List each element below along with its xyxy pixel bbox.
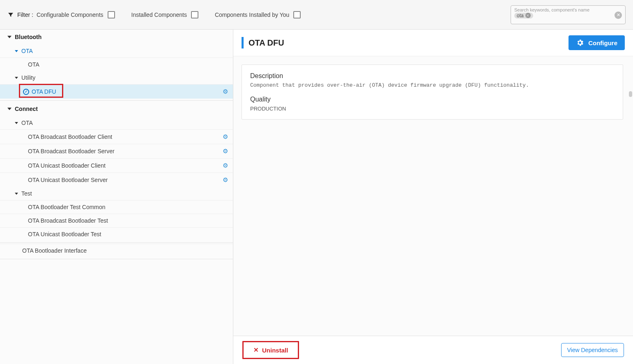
subgroup-bluetooth-ota-label: OTA	[21, 48, 33, 54]
group-connect-label: Connect	[15, 106, 38, 112]
subgroup-connect-test-label: Test	[21, 190, 32, 197]
tree-item[interactable]: OTA Unicast Bootloader Server ⚙	[0, 173, 233, 187]
quality-heading: Quality	[250, 96, 615, 103]
gear-icon[interactable]: ⚙	[223, 133, 228, 141]
subgroup-bluetooth-ota[interactable]: OTA	[0, 44, 233, 58]
uninstall-button[interactable]: ✕ Uninstall	[246, 343, 295, 357]
component-tree: Bluetooth OTA OTA Utility ✓ OTA DFU ⚙ Co…	[0, 30, 233, 364]
tree-item-bootloader-interface[interactable]: OTA Bootloader Interface	[0, 244, 233, 257]
description-card: Description Component that provides over…	[242, 65, 623, 120]
installed-by-you-checkbox[interactable]	[293, 11, 301, 18]
filter-label: Filter :	[17, 12, 33, 18]
installed-check-icon: ✓	[23, 89, 29, 95]
subgroup-connect-ota-label: OTA	[21, 120, 33, 126]
description-heading: Description	[250, 72, 615, 80]
uninstall-button-label: Uninstall	[262, 347, 288, 354]
filter-toolbar: Filter : Configurable Components Install…	[0, 0, 633, 30]
accent-bar	[242, 37, 244, 48]
configure-button-label: Configure	[588, 39, 617, 46]
caret-down-icon	[15, 122, 18, 124]
tree-item-label: OTA Bootloader Test Common	[28, 204, 106, 210]
group-connect[interactable]: Connect	[0, 101, 233, 116]
search-placeholder: Search keywords, component's name	[514, 7, 622, 12]
tree-item-label: OTA Broadcast Bootloader Server	[28, 148, 115, 154]
tree-item[interactable]: OTA Unicast Bootloader Client ⚙	[0, 158, 233, 173]
subgroup-bluetooth-utility-label: Utility	[21, 74, 35, 81]
tree-item[interactable]: OTA Unicast Bootloader Test	[0, 227, 233, 241]
configure-button[interactable]: Configure	[569, 35, 625, 50]
tree-item-label: OTA Unicast Bootloader Server	[28, 177, 108, 183]
tree-item-ota[interactable]: OTA	[0, 58, 233, 71]
tree-item-label: OTA Unicast Bootloader Client	[28, 162, 106, 169]
view-dependencies-button[interactable]: View Dependencies	[561, 343, 624, 357]
installed-components-label: Installed Components	[131, 12, 187, 18]
quality-value: PRODUCTION	[250, 106, 615, 112]
group-bluetooth[interactable]: Bluetooth	[0, 30, 233, 44]
filter-icon	[7, 12, 14, 18]
tree-item[interactable]: OTA Broadcast Bootloader Client ⚙	[0, 129, 233, 144]
gear-icon[interactable]: ⚙	[223, 88, 228, 95]
search-chip[interactable]: ota ✕	[514, 13, 533, 18]
scrollbar[interactable]	[629, 91, 632, 97]
group-bluetooth-label: Bluetooth	[15, 34, 41, 40]
tree-item[interactable]: OTA Broadcast Bootloader Test	[0, 214, 233, 227]
highlight-box: ✕ Uninstall	[242, 341, 299, 359]
tree-item-ota-dfu[interactable]: ✓ OTA DFU ⚙	[0, 84, 233, 99]
gear-icon	[576, 39, 584, 47]
caret-down-icon	[7, 108, 12, 110]
search-clear-icon[interactable]: ✕	[615, 12, 622, 19]
subgroup-connect-test[interactable]: Test	[0, 187, 233, 200]
tree-item[interactable]: OTA Bootloader Test Common	[0, 200, 233, 214]
tree-item-label: OTA Broadcast Bootloader Test	[28, 217, 108, 224]
gear-icon[interactable]: ⚙	[223, 162, 228, 169]
tree-item[interactable]: OTA Broadcast Bootloader Server ⚙	[0, 144, 233, 158]
tree-item-label: OTA Broadcast Bootloader Client	[28, 134, 112, 140]
tree-item-label: OTA Bootloader Interface	[22, 247, 87, 254]
caret-down-icon	[15, 193, 18, 195]
caret-down-icon	[15, 77, 18, 79]
page-title: OTA DFU	[249, 38, 284, 48]
configurable-components-label: Configurable Components	[37, 12, 104, 18]
caret-down-icon	[15, 50, 18, 52]
gear-icon[interactable]: ⚙	[223, 176, 228, 184]
configurable-components-checkbox[interactable]	[108, 11, 115, 18]
tree-item-label: OTA	[28, 61, 39, 68]
gear-icon[interactable]: ⚙	[223, 147, 228, 155]
installed-components-checkbox[interactable]	[191, 11, 198, 18]
description-text: Component that provides over-the-air (OT…	[250, 82, 615, 88]
details-panel: OTA DFU Configure Description Component …	[233, 30, 633, 364]
close-icon: ✕	[253, 346, 259, 354]
caret-down-icon	[7, 36, 12, 38]
installed-by-you-label: Components Installed by You	[215, 12, 289, 18]
view-dependencies-label: View Dependencies	[567, 347, 618, 353]
search-input[interactable]: Search keywords, component's name ota ✕ …	[511, 5, 626, 24]
chip-remove-icon[interactable]: ✕	[525, 13, 531, 18]
tree-item-label: OTA DFU	[32, 88, 56, 95]
search-chip-label: ota	[517, 13, 524, 18]
subgroup-connect-ota[interactable]: OTA	[0, 116, 233, 129]
tree-item-label: OTA Unicast Bootloader Test	[28, 231, 101, 237]
subgroup-bluetooth-utility[interactable]: Utility	[0, 71, 233, 84]
